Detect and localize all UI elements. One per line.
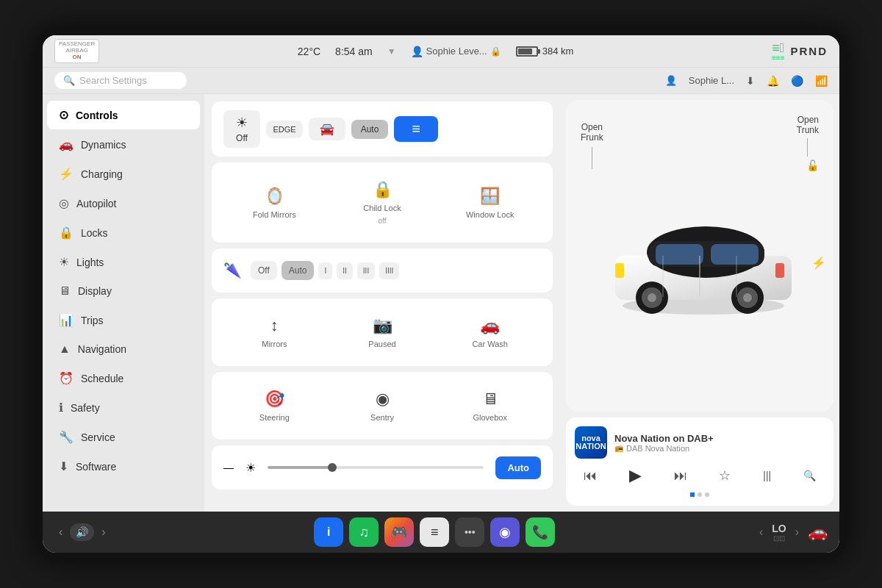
brightness-slider[interactable] [268, 466, 484, 469]
music-eq-btn[interactable]: ||| [757, 468, 777, 483]
music-logo-line2: NATION [576, 442, 606, 451]
car-wash-btn[interactable]: 🚗 Car Wash [439, 307, 541, 357]
glovebox-btn[interactable]: 🖥 Glovebox [439, 381, 541, 431]
sidebar-item-trips[interactable]: 📊 Trips [47, 306, 200, 334]
glovebox-icon: 🖥 [482, 390, 498, 409]
lights-high-icon: ≡ [412, 121, 420, 137]
mirrors-adjust-btn[interactable]: ↕ Mirrors [223, 307, 326, 357]
wiper-speed-3[interactable]: III [357, 262, 375, 279]
wiper-speed-1[interactable]: I [318, 262, 332, 279]
taskbar-volume[interactable]: 🔊 [70, 523, 94, 541]
taskbar: ‹ 🔊 › i ♫ 🎮 ≡ ••• [43, 512, 839, 553]
sidebar-item-dynamics[interactable]: 🚗 Dynamics [47, 130, 200, 159]
battery-fill [518, 49, 533, 54]
sidebar-item-lights[interactable]: ☀ Lights [47, 248, 200, 276]
wiper-auto-btn[interactable]: Auto [282, 261, 315, 280]
taskbar-center: i ♫ 🎮 ≡ ••• ◉ 📞 [113, 517, 756, 547]
child-lock-label: Child Lock [363, 204, 401, 212]
car-wash-label: Car Wash [472, 340, 508, 348]
sidebar-item-navigation[interactable]: ▲ Navigation [47, 335, 200, 363]
sub-driver-name: Sophie L... [689, 75, 734, 86]
open-frunk-label[interactable]: OpenFrunk [581, 122, 603, 172]
battery-range: 384 km [542, 46, 574, 57]
open-trunk-label[interactable]: OpenTrunk 🔓 [797, 115, 819, 171]
mirrors-adjust-icon: ↕ [270, 316, 279, 335]
lights-edge-label: EDGE [273, 125, 295, 134]
sidebar-item-service[interactable]: 🔧 Service [47, 423, 200, 451]
status-driver: 👤 Sophie Leve... 🔒 [411, 46, 501, 57]
car-svg [597, 197, 803, 315]
lights-icon: ≡⃝ [772, 41, 784, 54]
wiper-speed-4[interactable]: IIII [379, 262, 399, 279]
search-box[interactable]: 🔍 Search Settings [54, 72, 187, 89]
taskbar-app-browser[interactable]: ≡ [420, 517, 449, 547]
sidebar-item-schedule[interactable]: ⏰ Schedule [47, 364, 200, 392]
taskbar-media-right-arrow[interactable]: › [795, 526, 799, 539]
svg-point-13 [743, 293, 752, 302]
sidebar-label-locks: Locks [81, 227, 108, 239]
display-icon: 🖥 [59, 284, 71, 298]
safety-icon: ℹ [59, 401, 63, 415]
lights-edge-btn[interactable]: EDGE [266, 121, 303, 138]
sidebar-item-autopilot[interactable]: ◎ Autopilot [47, 189, 200, 218]
music-next-btn[interactable]: ⏭ [668, 467, 693, 485]
taskbar-back-btn[interactable]: ‹ [54, 523, 67, 542]
charging-bolt-icon: ⚡ [811, 256, 826, 270]
status-left: PASSENGER AIRBAG ON [54, 39, 99, 62]
taskbar-app-more[interactable]: ••• [455, 517, 484, 547]
open-frunk-text: OpenFrunk [581, 122, 603, 143]
taskbar-app-camera[interactable]: ◉ [490, 517, 520, 547]
mirrors-row: 🪞 Fold Mirrors 🔒 Child Lock off 🪟 Window… [212, 162, 553, 243]
taskbar-forward-btn[interactable]: › [97, 523, 110, 542]
brightness-auto-btn[interactable]: Auto [495, 456, 541, 479]
lights-low-btn[interactable]: 🚘 [309, 118, 345, 140]
sidebar-item-charging[interactable]: ⚡ Charging [47, 159, 200, 188]
sidebar-item-software[interactable]: ⬇ Software [47, 452, 200, 481]
music-search-btn[interactable]: 🔍 [797, 468, 822, 483]
music-header: nova NATION Nova Nation on DAB+ 📻 DAB No… [575, 426, 825, 459]
sidebar-item-display[interactable]: 🖥 Display [47, 277, 200, 305]
fold-mirrors-btn[interactable]: 🪞 Fold Mirrors [223, 178, 326, 228]
taskbar-media-left-arrow[interactable]: ‹ [759, 526, 763, 539]
screen-bezel: PASSENGER AIRBAG ON 22°C 8:54 am ▼ 👤 Sop… [37, 29, 845, 559]
child-lock-btn[interactable]: 🔒 Child Lock off [331, 171, 434, 234]
sentry-btn[interactable]: ◉ Sentry [331, 381, 434, 431]
lights-auto-btn[interactable]: Auto [351, 120, 388, 139]
sidebar-item-safety[interactable]: ℹ Safety [47, 393, 200, 422]
steering-btn[interactable]: 🎯 Steering [223, 381, 326, 431]
glovebox-label: Glovebox [473, 413, 506, 422]
camera-icon: 📷 [373, 316, 392, 335]
fold-mirrors-label: Fold Mirrors [253, 210, 296, 219]
taskbar-app-spotify[interactable]: ♫ [349, 517, 379, 547]
sidebar-item-locks[interactable]: 🔒 Locks [47, 218, 200, 247]
music-prev-btn[interactable]: ⏮ [578, 467, 603, 485]
lights-off-icon: ☀ [236, 115, 248, 131]
taskbar-app-phone[interactable]: 📞 [526, 517, 555, 547]
music-fav-btn[interactable]: ☆ [713, 466, 736, 485]
app-spotify-icon: ♫ [359, 525, 370, 540]
camera-row: ↕ Mirrors 📷 Paused 🚗 Car Wash [212, 298, 553, 366]
music-play-btn[interactable]: ▶ [623, 465, 648, 487]
dynamics-icon: 🚗 [59, 137, 74, 151]
lights-high-btn[interactable]: ≡ [394, 116, 438, 142]
wiper-speed-2[interactable]: II [337, 262, 353, 279]
lights-icon2: ≡≡≡ [772, 54, 785, 62]
driver-name: Sophie Leve... [426, 46, 487, 57]
taskbar-app-games[interactable]: 🎮 [384, 517, 414, 547]
app-more-icon: ••• [465, 526, 476, 538]
wiper-off-btn[interactable]: Off [251, 261, 277, 280]
locks-icon: 🔒 [59, 226, 74, 240]
sidebar-label-controls: Controls [76, 110, 118, 121]
wipers-row: 🌂 Off Auto I II III IIII [212, 248, 553, 293]
taskbar-app-info[interactable]: i [314, 517, 343, 547]
sub-signal-icon: 📶 [815, 75, 828, 87]
steering-label: Steering [259, 413, 290, 422]
sidebar-label-safety: Safety [71, 402, 100, 414]
camera-btn[interactable]: 📷 Paused [331, 307, 434, 357]
sidebar-item-controls[interactable]: ⊙ Controls [47, 101, 200, 129]
sidebar-label-autopilot: Autopilot [76, 198, 116, 209]
window-lock-btn[interactable]: 🪟 Window Lock [439, 178, 541, 228]
lights-off-btn[interactable]: ☀ Off [223, 110, 260, 148]
open-trunk-text: OpenTrunk [797, 115, 819, 135]
camera-label: Paused [368, 340, 395, 348]
